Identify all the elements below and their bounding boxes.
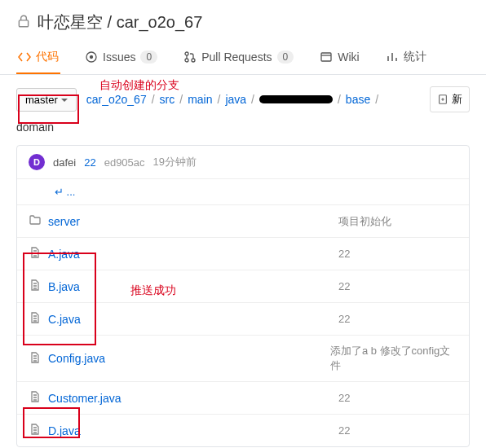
file-commit-msg[interactable]: 22 (338, 280, 350, 292)
file-name-link[interactable]: server (48, 215, 80, 228)
repo-name[interactable]: car_o2o_67 (117, 13, 203, 31)
breadcrumb-root[interactable]: car_o2o_67 (86, 93, 147, 106)
lock-icon (16, 14, 31, 31)
file-row: Customer.java22 (17, 381, 469, 414)
file-commit-msg[interactable]: 22 (338, 313, 350, 325)
svg-point-2 (91, 56, 93, 59)
breadcrumb-src[interactable]: src (160, 93, 175, 106)
commit-message[interactable]: 22 (84, 156, 95, 169)
svg-point-5 (192, 59, 195, 62)
svg-point-4 (185, 59, 188, 62)
breadcrumb-main[interactable]: main (188, 93, 212, 106)
breadcrumb-redacted (259, 95, 333, 103)
repo-tabs: 代码 Issues 0 Pull Requests 0 Wiki 统计 (0, 42, 486, 75)
new-file-button[interactable]: 新 (430, 86, 470, 112)
file-row: D.java22 (17, 414, 469, 446)
breadcrumb-base[interactable]: base (346, 93, 370, 106)
file-name-link[interactable]: Config.java (48, 352, 105, 365)
highlight-box-branch (18, 94, 79, 124)
file-commit-msg[interactable]: 22 (338, 248, 350, 260)
last-commit-row: D dafei 22 ed905ac 19分钟前 (17, 146, 469, 178)
file-commit-msg[interactable]: 22 (338, 424, 350, 437)
breadcrumb-java[interactable]: java (225, 93, 246, 106)
highlight-box-files-abc (23, 253, 96, 345)
file-commit-msg[interactable]: 22 (338, 392, 350, 404)
commit-hash[interactable]: ed905ac (104, 156, 145, 169)
file-commit-msg[interactable]: 项目初始化 (338, 214, 391, 229)
svg-rect-6 (321, 53, 331, 61)
file-commit-msg[interactable]: 添加了a b 修改了config文件 (330, 344, 457, 373)
tab-pull-requests[interactable]: Pull Requests 0 (182, 42, 295, 74)
file-icon (29, 390, 42, 406)
repo-title: 叶恋星空 / car_o2o_67 (38, 11, 202, 33)
folder-icon (29, 213, 42, 229)
file-row: server项目初始化 (17, 204, 469, 237)
repo-owner[interactable]: 叶恋星空 (38, 13, 103, 31)
tab-code[interactable]: 代码 (16, 42, 60, 74)
annotation-auto-branch: 自动创建的分支 (99, 78, 179, 93)
path-breadcrumb: car_o2o_67/ src/ main/ java/ / base/ (86, 93, 420, 106)
commit-time: 19分钟前 (153, 155, 197, 169)
tab-wiki[interactable]: Wiki (318, 42, 360, 74)
file-icon (29, 351, 42, 367)
repo-header: 叶恋星空 / car_o2o_67 (0, 0, 486, 42)
commit-author[interactable]: dafei (53, 156, 76, 169)
avatar[interactable]: D (29, 154, 45, 170)
tab-issues[interactable]: Issues 0 (83, 42, 159, 74)
pulls-count-badge: 0 (277, 51, 294, 64)
svg-point-3 (185, 52, 188, 55)
highlight-box-file-d (23, 407, 80, 438)
file-name-link[interactable]: Customer.java (48, 392, 121, 405)
issues-count-badge: 0 (140, 51, 157, 64)
annotation-push-success: 推送成功 (130, 283, 176, 298)
tab-stats[interactable]: 统计 (384, 42, 428, 74)
parent-directory-link[interactable]: ↵ ... (17, 178, 469, 204)
svg-rect-0 (19, 20, 28, 27)
